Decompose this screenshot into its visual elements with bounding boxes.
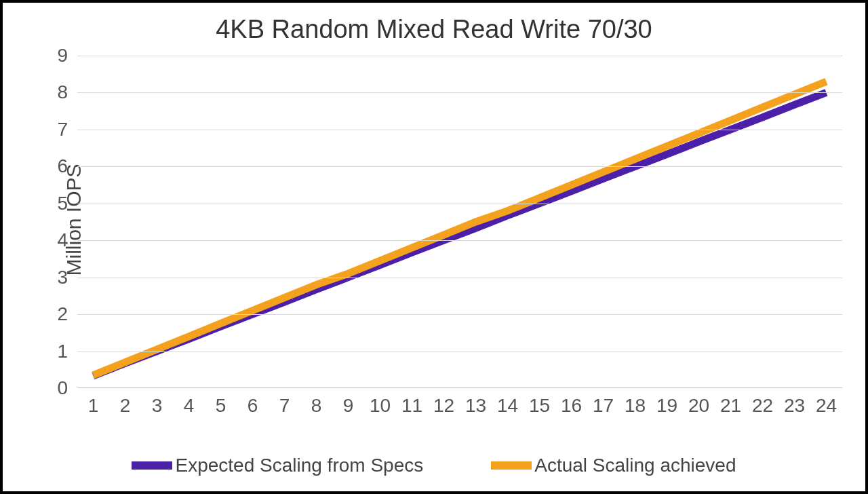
series-actual-line [94,81,827,375]
x-tick-label: 23 [784,388,805,417]
gridline [77,92,842,93]
x-tick-label: 11 [401,388,422,417]
x-tick-label: 14 [497,388,518,417]
y-tick-label: 2 [41,303,77,325]
y-tick-label: 9 [41,45,77,66]
x-tick-label: 3 [152,388,163,417]
chart-title: 4KB Random Mixed Read Write 70/30 [3,15,865,44]
gridline [77,314,842,315]
gridline [77,130,842,130]
gridline [77,240,842,241]
y-tick-label: 5 [41,193,77,214]
x-tick-label: 13 [465,388,486,417]
legend-swatch-actual [491,461,532,470]
y-tick-label: 7 [41,119,77,140]
legend-label-expected: Expected Scaling from Specs [175,455,423,476]
x-tick-label: 21 [720,388,741,417]
gridline [77,166,842,167]
legend-label-actual: Actual Scaling achieved [534,455,736,476]
y-tick-label: 0 [41,377,77,399]
x-tick-label: 20 [688,388,709,417]
gridline [77,204,842,204]
x-tick-label: 2 [120,388,131,417]
y-tick-label: 6 [41,155,77,177]
x-tick-label: 19 [656,388,677,417]
x-tick-label: 16 [561,388,582,417]
legend-item-actual: Actual Scaling achieved [491,455,736,476]
chart-lines [77,56,842,388]
x-tick-label: 18 [625,388,646,417]
legend-item-expected: Expected Scaling from Specs [132,455,423,476]
gridline [77,56,842,56]
legend-swatch-expected [132,461,172,470]
y-tick-label: 1 [41,341,77,362]
x-tick-label: 15 [529,388,550,417]
x-tick-label: 4 [184,388,195,417]
x-tick-label: 5 [216,388,226,417]
x-tick-label: 8 [311,388,322,417]
x-tick-label: 1 [88,388,99,417]
x-tick-label: 7 [279,388,290,417]
legend: Expected Scaling from Specs Actual Scali… [3,455,865,476]
y-tick-label: 4 [41,229,77,251]
gridline [77,278,842,278]
x-tick-label: 9 [343,388,354,417]
chart-frame: 4KB Random Mixed Read Write 70/30 Millio… [0,0,868,494]
x-tick-label: 10 [370,388,391,417]
x-tick-label: 12 [433,388,454,417]
y-tick-label: 8 [41,81,77,103]
y-tick-label: 3 [41,267,77,288]
x-tick-label: 22 [752,388,773,417]
x-tick-label: 6 [248,388,258,417]
x-tick-label: 24 [816,388,837,417]
x-tick-label: 17 [593,388,614,417]
plot-area: 0123456789123456789101112131415161718192… [77,56,842,388]
gridline [77,352,842,352]
